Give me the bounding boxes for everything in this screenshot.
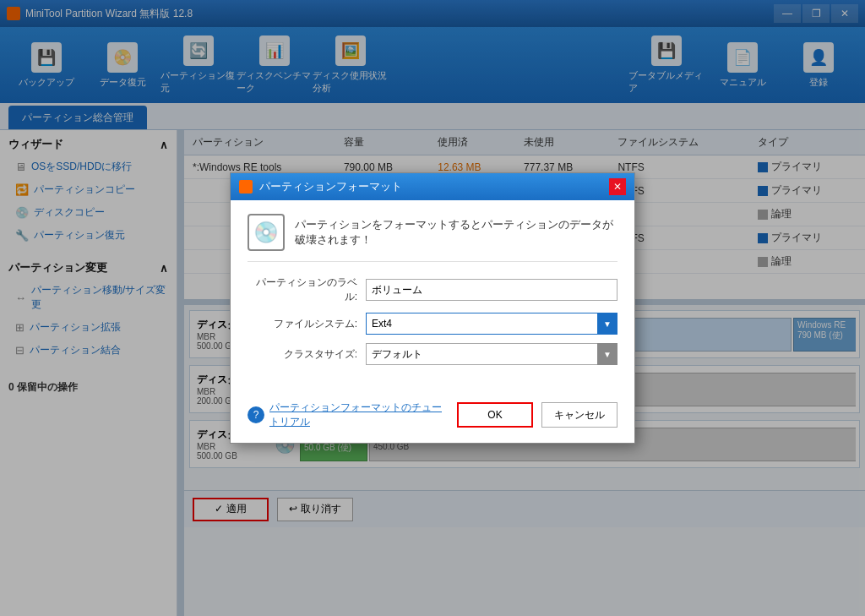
modal-warning: 💿 パーティションをフォーマットするとパーティションのデータが破壊されます！ [248,214,617,262]
modal-footer: ? パーティションフォーマットのチュートリアル OK キャンセル [231,392,634,443]
cluster-field-label: クラスタサイズ: [248,347,357,362]
cancel-button[interactable]: キャンセル [541,402,617,428]
modal-form: パーティションのラベル: ファイルシステム: Ext4 NTFS FAT32 e… [248,275,617,365]
ok-button[interactable]: OK [457,402,533,428]
fs-field-label: ファイルシステム: [248,317,357,331]
warning-icon: 💿 [248,214,285,251]
format-modal: パーティションフォーマット ✕ 💿 パーティションをフォーマットするとパーティシ… [230,172,635,444]
modal-overlay: パーティションフォーマット ✕ 💿 パーティションをフォーマットするとパーティシ… [0,0,865,616]
modal-warning-text: パーティションをフォーマットするとパーティションのデータが破壊されます！ [295,217,617,248]
partition-label-input[interactable] [366,279,617,301]
help-link-text: パーティションフォーマットのチュートリアル [269,401,449,429]
modal-title-text: パーティションフォーマット [259,179,609,194]
label-field-label: パーティションのラベル: [248,275,357,304]
modal-close-button[interactable]: ✕ [609,178,626,195]
cluster-select[interactable]: デフォルト 4096 8192 [366,343,617,365]
cluster-select-wrapper: デフォルト 4096 8192 ▼ [366,343,617,365]
help-icon: ? [248,406,264,423]
modal-body: 💿 パーティションをフォーマットするとパーティションのデータが破壊されます！ パ… [231,200,634,392]
modal-title-icon [239,180,253,194]
fs-select-wrapper: Ext4 NTFS FAT32 exFAT ▼ [366,313,617,335]
modal-title-bar: パーティションフォーマット ✕ [231,173,634,200]
modal-help-link[interactable]: ? パーティションフォーマットのチュートリアル [248,401,449,429]
fs-select[interactable]: Ext4 NTFS FAT32 exFAT [366,313,617,335]
